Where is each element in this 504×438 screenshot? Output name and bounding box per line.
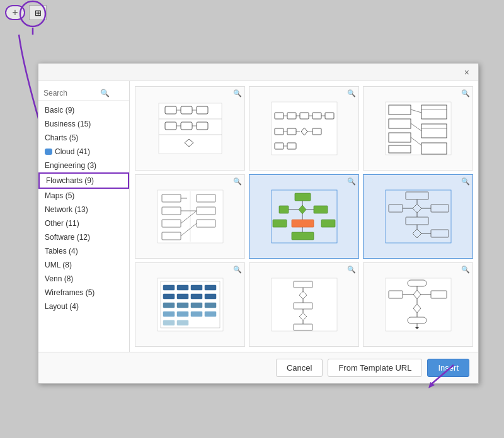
template-dialog: × 🔍 Basic (9) Business (15) Charts (5) C… [38, 63, 479, 384]
sidebar-item-flowcharts[interactable]: Flowcharts (9) [38, 172, 129, 189]
zoom-icon-1: 🔍 [233, 89, 242, 98]
zoom-icon-4: 🔍 [233, 177, 242, 186]
card-preview-1 [135, 87, 244, 170]
svg-rect-75 [273, 220, 287, 227]
dialog-body: 🔍 Basic (9) Business (15) Charts (5) Clo… [38, 81, 478, 352]
template-card-2[interactable]: 🔍 [249, 86, 359, 171]
svg-rect-74 [292, 232, 314, 240]
template-card-7[interactable]: 🔍 [135, 262, 245, 347]
svg-rect-106 [177, 312, 188, 317]
sidebar-item-other[interactable]: Other (11) [38, 216, 129, 230]
zoom-icon-7: 🔍 [233, 266, 242, 274]
svg-rect-64 [295, 193, 311, 201]
card-preview-6 [364, 175, 472, 258]
template-card-1[interactable]: 🔍 [135, 86, 245, 171]
svg-rect-104 [205, 303, 216, 308]
svg-rect-108 [205, 312, 216, 317]
svg-rect-105 [163, 312, 175, 317]
card-preview-4 [135, 175, 244, 258]
svg-rect-99 [191, 294, 202, 299]
insert-button[interactable]: Insert [427, 359, 469, 377]
dialog-titlebar: × [38, 64, 478, 81]
sidebar-item-maps[interactable]: Maps (5) [38, 189, 129, 203]
sidebar-item-tables[interactable]: Tables (4) [38, 244, 129, 258]
svg-rect-68 [314, 206, 328, 213]
sidebar-item-cloud[interactable]: Cloud (41) [38, 145, 129, 159]
svg-rect-96 [205, 285, 216, 290]
template-card-6[interactable]: 🔍 [363, 174, 473, 259]
search-icon: 🔍 [100, 89, 110, 98]
zoom-icon-9: 🔍 [461, 266, 470, 274]
svg-rect-76 [321, 220, 335, 227]
sidebar-item-software[interactable]: Software (12) [38, 230, 129, 244]
svg-rect-94 [177, 285, 188, 290]
template-card-4[interactable]: 🔍 [135, 174, 245, 259]
svg-rect-70 [279, 206, 289, 213]
sidebar-item-layout[interactable]: Layout (4) [38, 300, 129, 313]
add-button[interactable]: + [5, 5, 25, 20]
plus-icon: + [12, 8, 18, 18]
template-card-8[interactable]: 🔍 [249, 262, 359, 347]
svg-rect-95 [191, 285, 202, 290]
category-sidebar: 🔍 Basic (9) Business (15) Charts (5) Clo… [38, 81, 130, 352]
template-card-3[interactable]: 🔍 [363, 86, 473, 171]
grid-icon: ⊞ [35, 8, 42, 18]
zoom-icon-5: 🔍 [347, 177, 356, 186]
toolbar: + ⊞ [5, 5, 47, 20]
template-card-9[interactable]: 🔍 [363, 262, 473, 347]
svg-rect-110 [177, 320, 188, 325]
dialog-footer: Cancel From Template URL Insert [38, 352, 478, 383]
svg-rect-77 [386, 190, 451, 243]
template-grid: 🔍 [130, 81, 478, 352]
search-input[interactable] [43, 89, 100, 98]
sidebar-item-venn[interactable]: Venn (8) [38, 272, 129, 286]
template-card-5[interactable]: 🔍 [249, 174, 359, 259]
search-box: 🔍 [38, 86, 129, 101]
sidebar-item-business[interactable]: Business (15) [38, 117, 129, 131]
svg-rect-102 [177, 303, 188, 308]
grid-button[interactable]: ⊞ [29, 5, 47, 20]
sidebar-item-uml[interactable]: UML (8) [38, 258, 129, 272]
zoom-icon-2: 🔍 [347, 89, 356, 98]
sidebar-item-engineering[interactable]: Engineering (3) [38, 159, 129, 172]
sidebar-item-basic[interactable]: Basic (9) [38, 103, 129, 117]
card-preview-5 [249, 175, 358, 258]
svg-rect-107 [191, 312, 202, 317]
svg-rect-101 [163, 303, 175, 308]
from-template-url-button[interactable]: From Template URL [328, 359, 422, 377]
zoom-icon-6: 🔍 [461, 177, 470, 186]
svg-rect-100 [205, 294, 216, 299]
svg-rect-98 [177, 294, 188, 299]
svg-rect-111 [272, 278, 337, 331]
svg-rect-72 [292, 220, 314, 227]
svg-rect-109 [163, 320, 175, 325]
svg-rect-3 [159, 103, 222, 154]
card-preview-8 [249, 263, 358, 346]
svg-rect-93 [163, 285, 175, 290]
card-preview-7 [135, 263, 244, 346]
sidebar-item-charts[interactable]: Charts (5) [38, 131, 129, 145]
close-button[interactable]: × [462, 67, 472, 77]
card-preview-9 [364, 263, 472, 346]
zoom-icon-8: 🔍 [347, 266, 356, 274]
cancel-button[interactable]: Cancel [276, 359, 323, 377]
svg-rect-103 [191, 303, 202, 308]
card-preview-2 [249, 87, 358, 170]
zoom-icon-3: 🔍 [461, 89, 470, 98]
sidebar-item-wireframes[interactable]: Wireframes (5) [38, 286, 129, 300]
card-preview-3 [364, 87, 472, 170]
svg-rect-97 [163, 294, 175, 299]
cloud-icon [45, 149, 52, 155]
sidebar-item-network[interactable]: Network (13) [38, 203, 129, 216]
